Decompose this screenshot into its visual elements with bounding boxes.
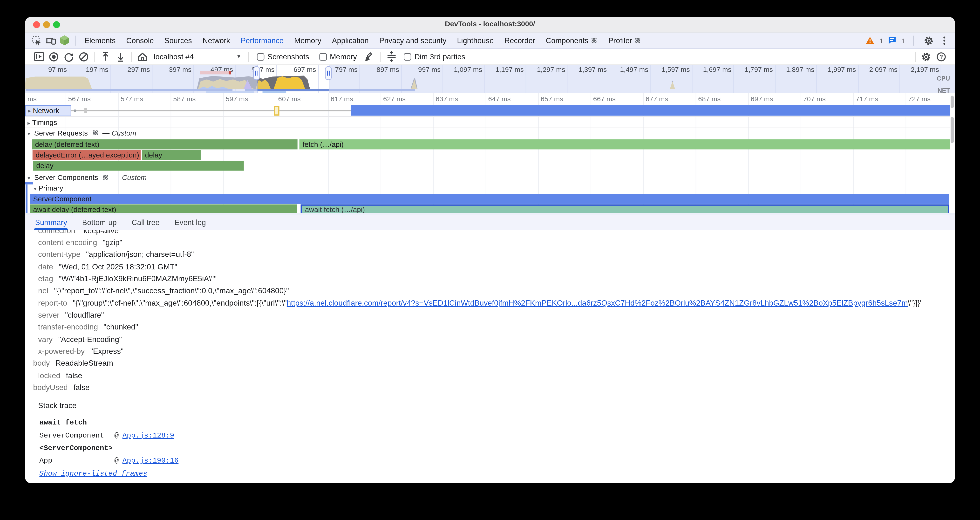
- tab-label: Memory: [294, 36, 321, 45]
- flamechart-settings-button[interactable]: [383, 50, 399, 64]
- summary-tab-call-tree[interactable]: Call tree: [132, 215, 160, 230]
- tab-label: Application: [332, 36, 369, 45]
- inspect-element-button[interactable]: [30, 34, 44, 46]
- home-button[interactable]: [135, 50, 150, 64]
- panel-settings-button[interactable]: [919, 50, 934, 64]
- save-profile-button[interactable]: [113, 50, 128, 64]
- timeline-overview[interactable]: 97 ms197 ms297 ms397 ms497 ms597 ms697 m…: [25, 65, 955, 93]
- tab-console[interactable]: Console: [126, 36, 154, 45]
- more-options-button[interactable]: [940, 34, 949, 46]
- track-header-server-requests[interactable]: ▾ Server Requests — Custom: [27, 129, 136, 137]
- tab-network[interactable]: Network: [202, 36, 230, 45]
- load-profile-button[interactable]: [98, 50, 113, 64]
- tab-profiler[interactable]: Profiler: [608, 36, 641, 45]
- frame-source-link[interactable]: App.js:190:16: [123, 456, 179, 464]
- header-row-x-powered-by: x-powered-by"Express": [38, 345, 955, 358]
- overview-tick-label: 897 ms: [358, 65, 399, 73]
- memory-checkbox-group[interactable]: Memory: [319, 52, 357, 61]
- nodejs-button[interactable]: [57, 34, 71, 46]
- header-value: "keep-alive": [81, 230, 121, 235]
- tab-label: Profiler: [608, 36, 632, 45]
- flame-bar-await-delay-deferred-text-[interactable]: await delay (deferred text): [30, 205, 297, 213]
- header-value: false: [66, 371, 82, 380]
- profile-history-select[interactable]: localhost #4 ▼: [150, 52, 245, 61]
- summary-tab-label: Event log: [175, 218, 206, 227]
- stack-frame: App@App.js:190:16: [39, 454, 955, 467]
- record-button[interactable]: [46, 50, 61, 64]
- header-value: "Accept-Encoding": [58, 335, 122, 344]
- tab-performance[interactable]: Performance: [241, 36, 283, 45]
- report-to-url-link[interactable]: https://a.nel.cloudflare.com/report/v4?s…: [287, 299, 908, 307]
- flame-bar-servercomponent[interactable]: ServerComponent: [30, 194, 950, 204]
- clear-button[interactable]: [76, 50, 91, 64]
- header-value: false: [73, 383, 89, 392]
- memory-checkbox[interactable]: [319, 53, 327, 60]
- flame-bar-delay[interactable]: delay: [33, 161, 243, 170]
- tab-elements[interactable]: Elements: [84, 36, 116, 45]
- collect-garbage-button[interactable]: [362, 50, 377, 64]
- tab-lighthouse[interactable]: Lighthouse: [457, 36, 494, 45]
- messages-button[interactable]: [888, 34, 897, 46]
- header-key: content-encoding: [38, 238, 97, 247]
- flame-bar-fetch-api-[interactable]: fetch (…/api): [299, 139, 951, 149]
- tab-recorder[interactable]: Recorder: [504, 36, 535, 45]
- divider: [25, 127, 955, 128]
- frame-source-link[interactable]: App.js:128:9: [123, 431, 174, 439]
- network-request-block[interactable]: [274, 106, 279, 116]
- flame-chart[interactable]: ms567 ms577 ms587 ms597 ms607 ms617 ms62…: [25, 93, 955, 213]
- settings-button[interactable]: [922, 34, 935, 46]
- divider: [380, 52, 381, 62]
- network-request-bar[interactable]: [352, 105, 951, 116]
- ruler-tick-label: 577 ms: [121, 95, 143, 102]
- frame-name: await fetch: [39, 418, 114, 427]
- gear-icon: [924, 35, 934, 45]
- help-button[interactable]: ?: [934, 50, 949, 64]
- issues-warning-button[interactable]: [865, 34, 875, 46]
- scrollbar-thumb[interactable]: [951, 96, 954, 108]
- screenshots-checkbox-group[interactable]: Screenshots: [257, 52, 309, 61]
- response-header-list: connection"keep-alive"content-encoding"g…: [25, 230, 955, 394]
- divider: [131, 52, 132, 62]
- device-toolbar-button[interactable]: [44, 34, 57, 46]
- message-bubble-icon: [888, 36, 896, 45]
- track-header-network[interactable]: ▸Network: [25, 105, 72, 116]
- header-row-connection: connection"keep-alive": [38, 230, 955, 237]
- header-row-date: date"Wed, 01 Oct 2025 18:32:01 GMT": [38, 261, 955, 273]
- tab-application[interactable]: Application: [332, 36, 369, 45]
- tab-label: Components: [546, 36, 588, 45]
- selection-handle-right[interactable]: [325, 66, 332, 80]
- expand-collapse-lanes-icon: [387, 51, 396, 62]
- scrollbar-thumb[interactable]: [951, 117, 954, 143]
- header-value: "{\"report_to\":\"cf-nel\",\"success_fra…: [54, 286, 289, 295]
- atom-icon: [102, 174, 109, 181]
- flame-bar-delayederror-ayed-exception-[interactable]: delayedError (…ayed exception): [33, 150, 141, 160]
- header-value: "{\"group\":\"cf-nel\",\"max_age\":60480…: [73, 299, 923, 307]
- record-and-reload-button[interactable]: [61, 50, 76, 64]
- track-header-timings[interactable]: ▸Timings: [27, 119, 57, 126]
- tab-components[interactable]: Components: [546, 36, 598, 45]
- dim-3rd-parties-checkbox[interactable]: [404, 53, 411, 60]
- divider: [94, 52, 95, 62]
- flame-bar-delay-deferred-text-[interactable]: delay (deferred text): [32, 139, 298, 149]
- track-header-server-components[interactable]: ▾ Server Components — Custom: [27, 174, 146, 181]
- tab-privacy-and-security[interactable]: Privacy and security: [379, 36, 446, 45]
- show-ignore-listed-frames-link[interactable]: Show ignore-listed frames: [39, 469, 147, 477]
- flame-bar-await-fetch-api-[interactable]: await fetch (…/api): [301, 205, 950, 213]
- nodejs-hexagon-icon: [59, 35, 69, 46]
- summary-tab-summary[interactable]: Summary: [35, 215, 67, 230]
- track-subheader-primary[interactable]: ▾Primary: [34, 184, 63, 192]
- flame-bar-delay[interactable]: delay: [142, 150, 200, 160]
- tab-label: Performance: [241, 36, 283, 45]
- summary-tab-event-log[interactable]: Event log: [175, 215, 206, 230]
- selection-handle-left[interactable]: [253, 66, 260, 80]
- tab-memory[interactable]: Memory: [294, 36, 321, 45]
- header-row-nel: nel"{\"report_to\":\"cf-nel\",\"success_…: [38, 285, 955, 297]
- divider: [75, 35, 76, 45]
- overview-tick-label: 1,697 ms: [690, 65, 731, 73]
- track-config-dot: [74, 110, 76, 112]
- dim-3rd-parties-checkbox-group[interactable]: Dim 3rd parties: [404, 52, 465, 61]
- tab-sources[interactable]: Sources: [164, 36, 192, 45]
- toggle-recording-view-button[interactable]: [31, 50, 46, 64]
- summary-tab-bottom-up[interactable]: Bottom-up: [82, 215, 116, 230]
- screenshots-checkbox[interactable]: [257, 53, 264, 60]
